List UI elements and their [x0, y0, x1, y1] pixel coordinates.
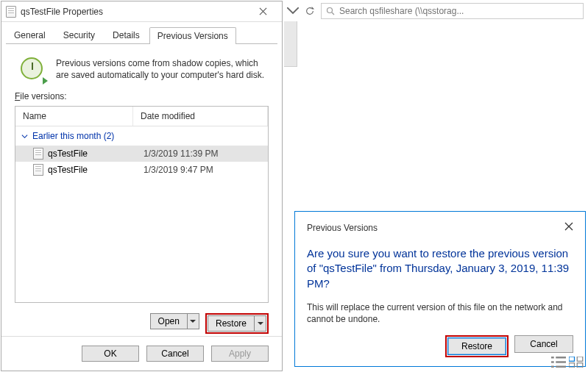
version-date: 1/3/2019 11:39 PM — [144, 149, 218, 159]
view-details-icon[interactable] — [551, 356, 566, 368]
confirm-warning: This will replace the current version of… — [307, 301, 573, 325]
file-icon — [33, 148, 43, 160]
restore-label: Restore — [208, 316, 254, 331]
version-date: 1/3/2019 9:47 PM — [144, 165, 213, 175]
column-name[interactable]: Name — [15, 107, 133, 126]
confirm-close-button[interactable] — [564, 222, 573, 233]
confirm-title: Previous Versions — [307, 223, 378, 233]
info-text: Previous versions come from shadow copie… — [56, 57, 269, 81]
search-icon — [326, 7, 335, 15]
cancel-button[interactable]: Cancel — [146, 346, 204, 362]
confirm-cancel-button[interactable]: Cancel — [514, 335, 573, 353]
file-icon — [33, 164, 43, 176]
chevron-down-icon — [21, 133, 28, 140]
open-dropdown[interactable] — [187, 314, 199, 329]
refresh-icon[interactable] — [302, 3, 318, 19]
open-label: Open — [151, 314, 187, 329]
apply-button: Apply — [211, 346, 269, 362]
svg-rect-6 — [551, 365, 554, 368]
open-button[interactable]: Open — [150, 313, 199, 329]
tab-general[interactable]: General — [6, 26, 54, 43]
search-input[interactable] — [338, 5, 578, 17]
group-label: Earlier this month (2) — [32, 131, 114, 141]
restore-dropdown[interactable] — [254, 316, 266, 331]
content-pane-edge — [284, 21, 297, 67]
restore-highlight: Restore — [205, 313, 269, 334]
svg-rect-8 — [569, 357, 575, 361]
svg-rect-4 — [551, 361, 554, 363]
close-button[interactable] — [248, 3, 277, 21]
address-dropdown[interactable] — [287, 4, 299, 18]
search-box[interactable] — [321, 3, 584, 19]
svg-rect-2 — [551, 357, 554, 359]
version-name: qsTestFile — [48, 149, 144, 159]
version-row[interactable]: qsTestFile 1/3/2019 11:39 PM — [15, 146, 268, 162]
svg-rect-10 — [569, 362, 575, 367]
properties-window: qsTestFile Properties General Security D… — [1, 1, 283, 371]
confirm-question: Are you sure you want to restore the pre… — [307, 246, 573, 291]
version-row[interactable]: qsTestFile 1/3/2019 9:47 PM — [15, 162, 268, 178]
ok-button[interactable]: OK — [82, 346, 139, 362]
svg-line-1 — [332, 12, 334, 15]
view-large-icon[interactable] — [569, 356, 584, 368]
window-title: qsTestFile Properties — [21, 7, 248, 17]
svg-rect-11 — [577, 362, 583, 367]
tab-previous-versions[interactable]: Previous Versions — [149, 27, 236, 44]
file-icon — [6, 6, 16, 18]
column-date[interactable]: Date modified — [133, 107, 268, 126]
confirm-dialog: Previous Versions Are you sure you want … — [294, 211, 586, 367]
svg-rect-7 — [556, 365, 566, 368]
svg-rect-5 — [556, 361, 566, 363]
svg-rect-3 — [556, 357, 566, 359]
confirm-restore-highlight: Restore — [445, 335, 509, 357]
tab-security[interactable]: Security — [55, 26, 103, 43]
version-name: qsTestFile — [48, 165, 144, 175]
versions-list: Name Date modified Earlier this month (2… — [15, 106, 269, 303]
tab-details[interactable]: Details — [105, 26, 148, 43]
file-versions-label: File versions: — [1, 88, 282, 103]
confirm-restore-button[interactable]: Restore — [447, 337, 506, 355]
svg-rect-9 — [577, 357, 583, 361]
group-earlier-this-month[interactable]: Earlier this month (2) — [15, 126, 268, 146]
restore-button[interactable]: Restore — [208, 315, 266, 332]
svg-point-0 — [327, 8, 333, 13]
previous-versions-icon — [21, 57, 46, 82]
